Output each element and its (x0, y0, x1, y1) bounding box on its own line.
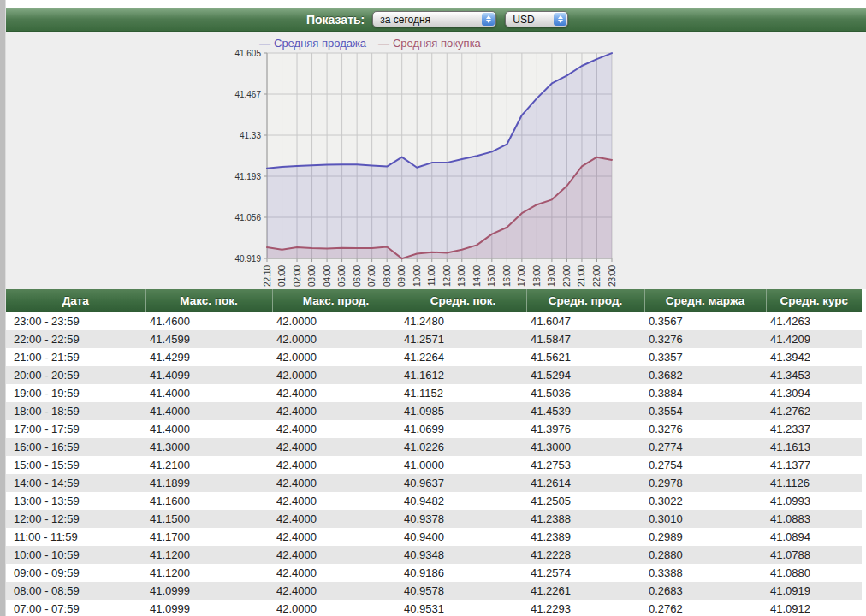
exchange-rates-page: Показать: за сегодня USD —Средняя продаж… (0, 0, 866, 616)
table-cell: 41.5036 (526, 384, 644, 402)
table-row: 14:00 - 14:5941.189942.400040.963741.261… (6, 474, 862, 492)
table-cell: 41.4299 (145, 348, 272, 366)
table-cell: 42.4000 (272, 420, 400, 438)
table-cell: 42.4000 (272, 528, 400, 546)
x-axis-label: 01:00 (277, 265, 287, 287)
column-header: Макс. пок. (145, 289, 272, 312)
x-axis-label: 09:00 (397, 265, 406, 287)
column-header: Средн. прод. (526, 289, 644, 312)
filter-toolbar: Показать: за сегодня USD (6, 8, 866, 32)
table-cell: 41.3942 (766, 348, 862, 366)
table-cell: 0.2754 (644, 456, 766, 474)
table-cell: 0.3884 (644, 384, 766, 402)
table-cell: 41.2388 (526, 510, 644, 528)
table-cell: 0.3276 (644, 330, 766, 348)
table-row: 09:00 - 09:5941.120042.400040.918641.257… (6, 564, 862, 582)
page-content: Показать: за сегодня USD —Средняя продаж… (6, 8, 866, 616)
x-axis-label: 06:00 (353, 265, 362, 287)
table-cell: 0.3567 (644, 312, 766, 330)
page-left-border (0, 0, 6, 616)
table-cell: 41.0919 (766, 582, 862, 600)
legend-label: Средняя продажа (274, 37, 366, 50)
table-cell: 0.2762 (644, 600, 766, 616)
legend-item: —Средняя покупка (378, 37, 481, 50)
table-cell: 42.4000 (272, 402, 400, 420)
x-axis-label: 22.10 (263, 265, 272, 287)
table-cell: 17:00 - 17:59 (6, 420, 145, 438)
x-axis-label: 18:00 (532, 265, 542, 287)
table-row: 11:00 - 11:5941.170042.400040.940041.238… (6, 528, 862, 546)
table-cell: 41.4000 (145, 402, 272, 420)
legend-item: —Средняя продажа (259, 37, 366, 50)
table-cell: 0.3554 (644, 402, 766, 420)
table-cell: 41.1126 (766, 474, 862, 492)
table-cell: 20:00 - 20:59 (6, 366, 145, 384)
x-axis-label: 03:00 (307, 265, 317, 287)
table-row: 15:00 - 15:5941.210042.400041.000041.275… (6, 456, 862, 474)
table-cell: 42.4000 (272, 438, 400, 456)
table-cell: 41.5294 (526, 366, 644, 384)
column-header: Средн. курс (766, 289, 862, 312)
table-row: 12:00 - 12:5941.150042.400040.937841.238… (6, 510, 862, 528)
table-cell: 40.9578 (400, 582, 526, 600)
table-cell: 41.5621 (526, 348, 644, 366)
table-cell: 41.1612 (400, 366, 526, 384)
table-cell: 41.5847 (526, 330, 644, 348)
y-axis-label: 41.193 (234, 172, 261, 181)
table-cell: 0.3010 (644, 510, 766, 528)
table-row: 20:00 - 20:5941.409942.000041.161241.529… (6, 366, 862, 384)
table-cell: 41.2614 (526, 474, 644, 492)
table-cell: 41.3000 (526, 438, 644, 456)
rates-chart: —Средняя продажа—Средняя покупка 22.1001… (6, 32, 866, 289)
table-cell: 15:00 - 15:59 (6, 456, 145, 474)
chart-canvas: 22.1001:0002:0003:0004:0005:0006:0007:00… (6, 32, 866, 289)
table-row: 18:00 - 18:5941.400042.400041.098541.453… (6, 402, 862, 420)
currency-select-value: USD (513, 14, 550, 26)
x-axis-label: 15:00 (487, 265, 496, 287)
table-cell: 41.3976 (526, 420, 644, 438)
table-cell: 41.3094 (766, 384, 862, 402)
table-cell: 41.4000 (145, 384, 272, 402)
table-row: 08:00 - 08:5941.099942.400040.957841.226… (6, 582, 862, 600)
table-row: 17:00 - 17:5941.400042.400041.069941.397… (6, 420, 862, 438)
x-axis-label: 22:00 (592, 265, 602, 287)
table-cell: 41.0883 (766, 510, 862, 528)
x-axis-label: 17:00 (517, 265, 526, 287)
x-axis-label: 02:00 (293, 265, 302, 287)
table-cell: 41.2574 (526, 564, 644, 582)
table-cell: 07:00 - 07:59 (6, 600, 145, 616)
table-cell: 42.4000 (272, 546, 400, 564)
y-axis-label: 41.33 (240, 131, 261, 140)
chart-legend: —Средняя продажа—Средняя покупка (259, 37, 493, 50)
table-cell: 0.3022 (644, 492, 766, 510)
table-row: 10:00 - 10:5941.120042.400040.934841.222… (6, 546, 862, 564)
column-header: Средн. пок. (400, 289, 526, 312)
x-axis-label: 21:00 (577, 265, 586, 287)
x-axis-label: 23:00 (608, 265, 617, 287)
table-cell: 0.2989 (644, 528, 766, 546)
table-cell: 42.4000 (272, 564, 400, 582)
table-cell: 42.0000 (272, 600, 400, 616)
table-cell: 21:00 - 21:59 (6, 348, 145, 366)
table-cell: 41.0999 (145, 600, 272, 616)
y-axis-label: 40.919 (234, 254, 261, 264)
table-cell: 08:00 - 08:59 (6, 582, 145, 600)
table-cell: 41.1200 (145, 546, 272, 564)
table-cell: 41.2264 (400, 348, 526, 366)
column-header: Дата (6, 289, 145, 312)
table-cell: 41.4600 (145, 312, 272, 330)
column-header: Средн. маржа (644, 289, 766, 312)
table-cell: 42.0000 (272, 330, 400, 348)
table-cell: 41.2762 (766, 402, 862, 420)
column-header: Макс. прод. (272, 289, 400, 312)
table-cell: 41.2261 (526, 582, 644, 600)
table-cell: 41.1200 (145, 564, 272, 582)
x-axis-label: 11:00 (427, 265, 436, 287)
period-select[interactable]: за сегодня (372, 11, 496, 27)
table-cell: 18:00 - 18:59 (6, 402, 145, 420)
table-cell: 40.9531 (400, 600, 526, 616)
currency-select[interactable]: USD (505, 11, 568, 27)
x-axis-label: 07:00 (367, 265, 377, 287)
table-cell: 41.0000 (400, 456, 526, 474)
table-cell: 42.4000 (272, 474, 400, 492)
